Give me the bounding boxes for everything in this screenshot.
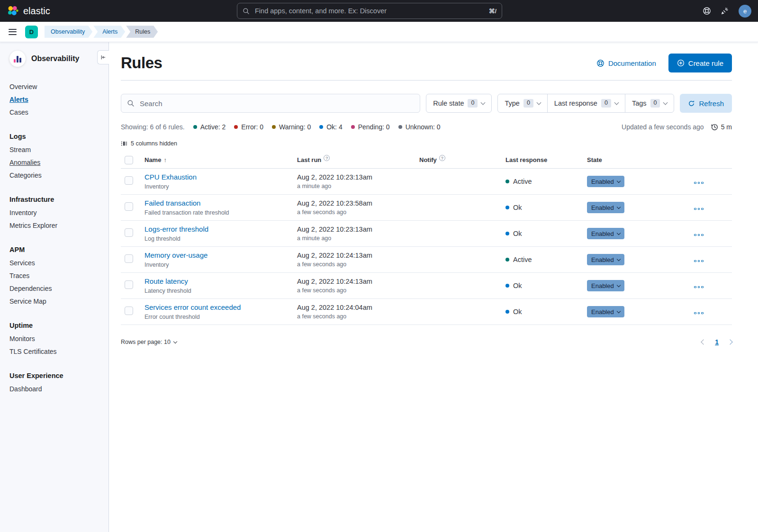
help-icon[interactable]: [703, 7, 711, 15]
last-response-count: 0: [601, 99, 611, 108]
row-checkbox[interactable]: [125, 254, 133, 263]
status-stats: Active: 2Error: 0Warning: 0Ok: 4Pending:…: [193, 123, 441, 131]
header-actions: Documentation Create rule: [596, 54, 732, 72]
chevron-right-icon[interactable]: [727, 339, 732, 344]
rule-name-link[interactable]: CPU Exhaustion: [144, 173, 197, 181]
sidebar-item-service-map[interactable]: Service Map: [9, 295, 108, 307]
page-number[interactable]: 1: [715, 338, 719, 346]
last-run-time: Aug 2, 2022 10:24:13am: [297, 252, 419, 259]
sidebar-item-tls-certificates[interactable]: TLS Certificates: [9, 345, 108, 358]
state-badge[interactable]: Enabled: [587, 254, 624, 265]
status-dot: [351, 125, 355, 129]
sidebar-item-cases[interactable]: Cases: [9, 106, 108, 118]
row-actions-icon[interactable]: [692, 258, 705, 264]
row-checkbox[interactable]: [125, 280, 133, 289]
refresh-button[interactable]: Refresh: [680, 94, 732, 113]
sidebar-item-anomalies[interactable]: Anomalies: [9, 156, 108, 169]
question-icon[interactable]: ?: [324, 155, 330, 161]
sort-ascending-icon: ↑: [163, 156, 167, 163]
rule-name-link[interactable]: Services error count exceeded: [144, 303, 241, 311]
sidebar-item-metrics-explorer[interactable]: Metrics Explorer: [9, 219, 108, 232]
sidebar-item-overview[interactable]: Overview: [9, 80, 108, 93]
type-filter[interactable]: Type 0: [498, 94, 547, 112]
row-checkbox[interactable]: [125, 176, 133, 185]
refresh-interval-button[interactable]: 5 m: [711, 123, 732, 131]
space-avatar[interactable]: D: [25, 26, 38, 38]
sidebar-item-services[interactable]: Services: [9, 256, 108, 269]
last-response-dot: [505, 180, 509, 183]
documentation-label: Documentation: [608, 59, 656, 67]
row-checkbox[interactable]: [125, 202, 133, 211]
collapse-sidebar-icon[interactable]: [97, 50, 109, 64]
row-actions-icon[interactable]: [692, 232, 705, 238]
chevron-down-icon: [536, 100, 541, 105]
rule-name-link[interactable]: Memory over-usage: [144, 251, 208, 259]
elastic-logo[interactable]: elastic: [7, 5, 50, 17]
chevron-down-icon: [616, 257, 620, 261]
chevron-down-icon: [616, 231, 620, 235]
sidebar-item-monitors[interactable]: Monitors: [9, 332, 108, 345]
rule-state-filter[interactable]: Rule state 0: [426, 94, 491, 112]
tags-filter[interactable]: Tags 0: [625, 94, 674, 112]
last-run-relative: a minute ago: [297, 183, 419, 189]
rule-name-link[interactable]: Failed transaction: [144, 199, 200, 207]
search-shortcut-badge: ⌘/: [488, 8, 496, 15]
rules-table: 5 columns hidden Name ↑ Last run ? Notif…: [121, 140, 732, 325]
chevron-left-icon[interactable]: [701, 339, 706, 344]
last-response-filter[interactable]: Last response 0: [547, 94, 625, 112]
sidebar-item-inventory[interactable]: Inventory: [9, 206, 108, 219]
rule-name-link[interactable]: Logs-error threshold: [144, 225, 208, 233]
last-response-label: Last response: [554, 99, 597, 107]
state-badge[interactable]: Enabled: [587, 202, 624, 213]
state-badge-label: Enabled: [591, 178, 614, 185]
last-response-dot: [505, 206, 509, 209]
user-avatar[interactable]: e: [739, 5, 751, 18]
sidebar-item-dashboard[interactable]: Dashboard: [9, 382, 108, 395]
table-footer: Rows per page: 10 1: [121, 338, 732, 346]
sidebar-item-alerts[interactable]: Alerts: [9, 93, 108, 106]
row-actions-icon[interactable]: [692, 206, 705, 212]
question-icon[interactable]: ?: [439, 155, 445, 161]
breadcrumb-item-alerts[interactable]: Alerts: [93, 26, 125, 38]
state-badge-label: Enabled: [591, 282, 614, 289]
state-badge[interactable]: Enabled: [587, 176, 624, 187]
select-all-checkbox[interactable]: [125, 156, 133, 164]
rule-name-link[interactable]: Route latency: [144, 277, 188, 285]
row-actions-icon[interactable]: [692, 180, 705, 186]
row-checkbox[interactable]: [125, 228, 133, 237]
table-row: Services error count exceededError count…: [121, 299, 732, 325]
global-search[interactable]: ⌘/: [237, 3, 502, 19]
sidebar-item-categories[interactable]: Categories: [9, 169, 108, 181]
state-badge[interactable]: Enabled: [587, 280, 624, 291]
breadcrumb-item-observability[interactable]: Observability: [45, 26, 92, 38]
chevron-down-icon: [616, 283, 620, 287]
create-rule-button[interactable]: Create rule: [668, 54, 732, 72]
menu-icon[interactable]: [7, 27, 18, 37]
global-search-input[interactable]: [254, 7, 484, 15]
status-dot: [272, 125, 276, 129]
sidebar-item-stream[interactable]: Stream: [9, 143, 108, 156]
status-stat-label: Pending: 0: [358, 123, 390, 131]
chevron-down-icon: [173, 340, 177, 343]
search-icon: [127, 99, 135, 107]
rules-search-input[interactable]: [139, 99, 414, 108]
row-actions-icon[interactable]: [692, 284, 705, 290]
news-icon[interactable]: [721, 7, 729, 15]
row-actions-icon[interactable]: [692, 310, 705, 316]
columns-hidden-button[interactable]: 5 columns hidden: [121, 140, 177, 147]
rules-search[interactable]: [121, 94, 420, 113]
documentation-link[interactable]: Documentation: [596, 59, 656, 67]
state-badge[interactable]: Enabled: [587, 228, 624, 239]
column-header-name[interactable]: Name ↑: [144, 156, 297, 163]
columns-icon: [121, 140, 127, 147]
rule-type: Inventory: [144, 261, 297, 268]
last-response-dot: [505, 310, 509, 314]
last-run-time: Aug 2, 2022 10:24:13am: [297, 278, 419, 285]
last-response-value: Ok: [513, 204, 522, 211]
sidebar-item-traces[interactable]: Traces: [9, 269, 108, 282]
state-badge[interactable]: Enabled: [587, 306, 624, 317]
sidebar-item-dependencies[interactable]: Dependencies: [9, 282, 108, 295]
rule-type: Log threshold: [144, 235, 297, 242]
rows-per-page-button[interactable]: Rows per page: 10: [121, 339, 177, 345]
row-checkbox[interactable]: [125, 307, 133, 315]
